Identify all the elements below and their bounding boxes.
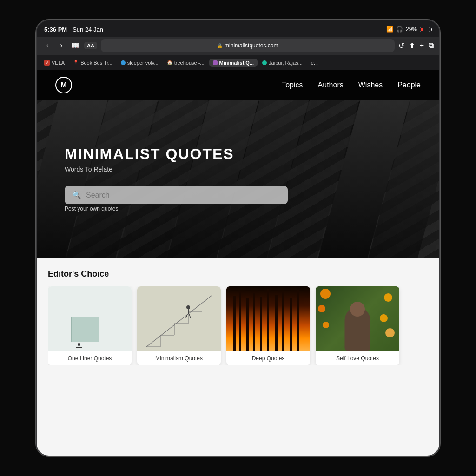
tab-label-vela: VELA — [52, 60, 65, 66]
logo-letter: M — [60, 81, 66, 89]
editors-choice-section: Editor's Choice — [37, 258, 439, 456]
tree-10 — [297, 290, 299, 351]
search-bar[interactable]: 🔍 — [65, 186, 288, 204]
new-tab-icon[interactable]: + — [420, 41, 424, 50]
battery-body — [420, 27, 430, 32]
search-input[interactable] — [86, 191, 280, 199]
website-content: M Topics Authors Wishes People — [37, 70, 439, 456]
tab-minimalist[interactable]: Minimalist Q... — [209, 59, 258, 67]
reload-icon[interactable]: ↺ — [398, 41, 404, 50]
tab-favicon-minimalist — [213, 60, 218, 65]
card-deep[interactable]: Deep Quotes — [226, 286, 310, 365]
site-nav-links: Topics Authors Wishes People — [282, 81, 421, 89]
card-self-love[interactable]: Self Love Quotes — [316, 286, 399, 365]
card-image-minimalism — [137, 286, 221, 351]
tab-treehouse[interactable]: 🏠 treehouse -... — [163, 59, 208, 67]
bookmarks-icon[interactable]: 📖 — [70, 40, 80, 51]
battery-percentage: 29% — [406, 26, 417, 33]
flower-4 — [385, 328, 395, 337]
headphone-icon: 🎧 — [396, 26, 403, 33]
tab-label-jaipur: Jaipur, Rajas... — [269, 60, 303, 66]
card-label-deep: Deep Quotes — [226, 351, 310, 365]
hero-subtitle: Words To Relate — [65, 165, 411, 173]
tab-sleeper[interactable]: sleeper volv... — [117, 59, 162, 67]
stick-arms — [76, 347, 82, 348]
lock-icon: 🔒 — [217, 43, 223, 48]
card-minimalism[interactable]: Minimalism Quotes — [137, 286, 221, 365]
tree-1 — [233, 296, 236, 351]
flower-6 — [380, 314, 388, 322]
tab-jaipur[interactable]: Jaipur, Rajas... — [258, 59, 306, 67]
cards-grid: One Liner Quotes — [48, 286, 428, 365]
nav-authors[interactable]: Authors — [318, 81, 344, 89]
tab-label-other: e... — [311, 60, 318, 66]
nav-people[interactable]: People — [397, 81, 421, 89]
tab-favicon-jaipur — [262, 60, 267, 65]
flower-5 — [323, 322, 329, 328]
forward-button[interactable]: › — [56, 40, 66, 51]
tab-label-minimalist: Minimalist Q... — [219, 60, 254, 66]
tab-vela[interactable]: V VELA — [40, 59, 68, 67]
tab-favicon-sleeper — [121, 60, 126, 65]
tabs-icon[interactable]: ⧉ — [429, 41, 434, 50]
card-image-deep — [226, 286, 310, 351]
card-image-self-love — [316, 286, 399, 351]
tree-2 — [239, 291, 241, 351]
svg-line-12 — [189, 314, 191, 318]
url-bar[interactable]: 🔒 minimalistquotes.com — [101, 39, 395, 52]
card-label-self-love: Self Love Quotes — [316, 351, 399, 365]
figure-scene — [48, 286, 132, 351]
tab-favicon-vela: V — [44, 60, 50, 66]
tab-other[interactable]: e... — [307, 59, 322, 67]
card-label-minimalism: Minimalism Quotes — [137, 351, 221, 365]
browser-chrome: ‹ › 📖 AA 🔒 minimalistquotes.com ↺ ⬆ + ⧉ — [37, 37, 439, 55]
status-bar: 5:36 PM Sun 24 Jan 📶 🎧 29% — [37, 20, 439, 37]
card-label-one-liner: One Liner Quotes — [48, 351, 132, 365]
svg-line-0 — [146, 296, 212, 347]
reader-mode-button[interactable]: AA — [84, 42, 97, 49]
status-left: 5:36 PM Sun 24 Jan — [44, 26, 103, 33]
browser-actions: ↺ ⬆ + ⧉ — [398, 41, 434, 50]
status-date: Sun 24 Jan — [73, 26, 103, 33]
share-icon[interactable]: ⬆ — [409, 41, 415, 50]
woman-head — [350, 302, 365, 317]
battery-icon — [420, 27, 432, 32]
battery-tip — [431, 28, 432, 31]
back-button[interactable]: ‹ — [42, 40, 53, 51]
tab-bookbus[interactable]: 📍 Book Bus Tr... — [69, 59, 116, 67]
tab-favicon-bookbus: 📍 — [73, 60, 79, 66]
svg-point-8 — [186, 305, 190, 309]
tree-5 — [260, 297, 262, 351]
editors-choice-title: Editor's Choice — [48, 269, 428, 279]
hero-title: MINIMALIST QUOTES — [65, 145, 411, 163]
site-logo[interactable]: M — [55, 77, 72, 93]
figure-wall — [71, 317, 99, 342]
tree-7 — [275, 295, 278, 351]
post-quotes-link[interactable]: Post your own quotes — [65, 205, 118, 212]
tab-favicon-treehouse: 🏠 — [167, 60, 172, 66]
tab-label-bookbus: Book Bus Tr... — [80, 60, 112, 66]
tree-9 — [290, 298, 292, 351]
flower-3 — [318, 305, 325, 312]
card-one-liner[interactable]: One Liner Quotes — [48, 286, 132, 365]
url-text: minimalistquotes.com — [225, 42, 278, 49]
tab-label-treehouse: treehouse -... — [174, 60, 205, 66]
nav-wishes[interactable]: Wishes — [358, 81, 383, 89]
tab-label-sleeper: sleeper volv... — [127, 60, 159, 66]
flower-2 — [384, 293, 392, 302]
staircase-svg — [137, 286, 221, 351]
nav-topics[interactable]: Topics — [282, 81, 303, 89]
card-image-one-liner — [48, 286, 132, 351]
hero-content: MINIMALIST QUOTES Words To Relate 🔍 Post… — [65, 145, 411, 212]
battery-fill — [421, 28, 423, 31]
site-nav: M Topics Authors Wishes People — [37, 70, 439, 100]
search-icon: 🔍 — [72, 191, 81, 199]
tree-4 — [253, 293, 255, 351]
tree-3 — [246, 298, 249, 351]
wifi-icon: 📶 — [386, 26, 393, 33]
tablet-device: 5:36 PM Sun 24 Jan 📶 🎧 29% ‹ › 📖 AA 🔒 mi… — [36, 20, 440, 456]
tabs-bar: V VELA 📍 Book Bus Tr... sleeper volv... … — [37, 55, 439, 70]
hero-section: MINIMALIST QUOTES Words To Relate 🔍 Post… — [37, 100, 439, 258]
forest-scene — [226, 286, 310, 351]
tree-8 — [282, 292, 284, 351]
